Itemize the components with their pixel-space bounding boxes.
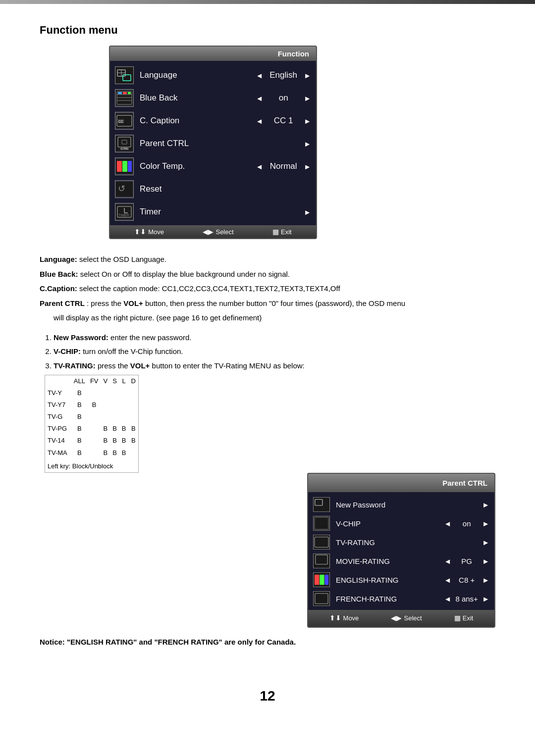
svg-rect-35 <box>314 516 329 530</box>
parent-ctrl-row-v-chip: V-CHIP ◄ on ► <box>308 514 494 533</box>
v-chip-label: V-CHIP <box>336 517 444 530</box>
english-rating-label: ENGLISH-RATING <box>336 574 444 587</box>
english-rating-icon <box>313 572 330 587</box>
movie-rating-icon <box>313 554 330 568</box>
desc-parent-ctrl-text2: button, then press the number button "0"… <box>145 299 405 307</box>
select-label: Select <box>215 228 233 236</box>
parent-ctrl-row-movie-rating: MOVIE-RATING ◄ PG ► <box>308 552 494 570</box>
timer-arrow-right: ► <box>304 208 311 216</box>
parent-ctrl-menu-footer: ⬆⬇ Move ◀▶ Select ▦ Exit <box>308 610 494 627</box>
desc-vol-plus-bold: VOL+ <box>123 299 143 307</box>
english-rating-arrow-right: ► <box>482 574 489 587</box>
v-chip-arrow-left: ◄ <box>444 517 451 530</box>
parent-select-icon: ◀▶ <box>391 612 402 624</box>
parent-exit-label: Exit <box>463 613 474 624</box>
color-temp-label: Color Temp. <box>140 161 256 171</box>
movie-rating-value: PG <box>454 555 479 568</box>
tv-rating-arrow-right: ► <box>482 536 489 549</box>
blue-back-icon <box>115 89 134 107</box>
footer-exit: ▦ Exit <box>272 228 292 236</box>
list-item-3-text: press the <box>98 361 130 370</box>
rating-table-note: Left kry: Block/Unblock <box>45 459 139 473</box>
parent-select-label: Select <box>404 613 422 624</box>
function-menu-body: Language ◄ English ► <box>110 61 316 223</box>
menu-row-blue-back: Blue Back ◄ on ► <box>110 87 316 109</box>
menu-row-color-temp: Color Temp. ◄ Normal ► <box>110 155 316 178</box>
rating-row-tv-y7: TV-Y7 B B <box>45 399 139 411</box>
desc-blue-back-text: select On or Off to display the blue bac… <box>80 270 290 278</box>
numbered-list: New Password: enter the new password. V-… <box>54 331 305 372</box>
new-password-label: New Password <box>336 499 479 511</box>
c-caption-arrow-left: ◄ <box>256 117 263 125</box>
c-caption-label: C. Caption <box>140 116 256 126</box>
color-temp-arrow-right: ► <box>304 162 311 171</box>
list-item-1-text: enter the new password. <box>110 333 191 342</box>
parent-ctrl-menu-body: New Password ► V-CHIP ◄ on <box>308 492 494 608</box>
movie-rating-arrow-left: ◄ <box>444 555 451 568</box>
desc-c-caption-bold: C.Caption: <box>40 284 77 293</box>
parent-ctrl-row-new-password: New Password ► <box>308 495 494 514</box>
select-icon: ◀▶ <box>203 228 214 236</box>
parent-exit-icon: ▦ <box>454 612 461 624</box>
rating-col-s: S <box>110 375 119 388</box>
list-item-1-bold: New Password: <box>54 333 108 342</box>
list-item-2-bold: V-CHIP: <box>54 347 81 355</box>
description-section: Language: select the OSD Language. Blue … <box>40 253 495 649</box>
parent-ctrl-label: Parent CTRL <box>140 139 263 149</box>
language-arrow-left: ◄ <box>256 71 263 80</box>
left-column: New Password: enter the new password. V-… <box>40 329 305 473</box>
function-menu-footer: ⬆⬇ Move ◀▶ Select ▦ Exit <box>110 225 316 238</box>
french-rating-label: FRENCH-RATING <box>336 593 444 605</box>
function-menu-header: Function <box>110 47 316 61</box>
c-caption-icon: CC <box>115 112 134 130</box>
rating-col-all: ALL <box>71 375 88 388</box>
desc-parent-ctrl-cont: will display as the right picture. (see … <box>54 311 495 324</box>
english-rating-value: C8 + <box>454 574 479 587</box>
menu-row-reset: ↺ Reset <box>110 178 316 201</box>
menu-row-c-caption: CC C. Caption ◄ CC 1 ► <box>110 109 316 132</box>
movie-rating-arrow-right: ► <box>482 555 489 568</box>
list-item-3-bold2: VOL+ <box>130 361 150 370</box>
footer-move: ⬆⬇ Move <box>134 228 164 236</box>
rating-col-l: L <box>119 375 129 388</box>
svg-text:↺: ↺ <box>118 184 125 194</box>
svg-rect-39 <box>314 554 329 568</box>
blue-back-label: Blue Back <box>140 93 256 103</box>
menu-row-parent-ctrl: CTRL Parent CTRL ► <box>110 132 316 155</box>
desc-language: Language: select the OSD Language. <box>40 253 495 266</box>
rating-row-tv-g: TV-G B <box>45 411 139 423</box>
svg-rect-44 <box>325 575 329 585</box>
desc-parent-ctrl-bold: Parent CTRL <box>40 299 85 307</box>
exit-label: Exit <box>281 228 292 236</box>
rating-col-v: V <box>101 375 110 388</box>
svg-rect-12 <box>128 92 131 94</box>
list-item-3-text2: button to enter the TV-Rating MENU as be… <box>152 361 305 370</box>
parent-move-label: Move <box>343 613 359 624</box>
list-item-3: TV-RATING: press the VOL+ button to ente… <box>54 359 305 372</box>
french-rating-icon <box>313 591 330 606</box>
list-item-1: New Password: enter the new password. <box>54 331 305 344</box>
rating-row-tv-pg: TV-PG B B B B B <box>45 423 139 435</box>
footer-select: ◀▶ Select <box>203 228 233 236</box>
function-menu: Function Language ◄ English ► <box>109 46 317 239</box>
new-password-icon <box>313 497 330 512</box>
tv-rating-icon <box>313 535 330 550</box>
rating-row-tv-14: TV-14 B B B B B <box>45 435 139 447</box>
v-chip-arrow-right: ► <box>482 517 489 530</box>
color-temp-arrow-left: ◄ <box>256 162 263 171</box>
parent-ctrl-row-french-rating: FRENCH-RATING ◄ 8 ans+ ► <box>308 589 494 608</box>
language-label: Language <box>140 70 256 80</box>
svg-text:CTRL: CTRL <box>121 147 129 150</box>
two-column-section: New Password: enter the new password. V-… <box>40 326 495 628</box>
french-rating-value: 8 ans+ <box>454 593 479 605</box>
desc-c-caption: C.Caption: select the caption mode: CC1,… <box>40 282 495 295</box>
blue-back-arrow-left: ◄ <box>256 94 263 102</box>
parent-ctrl-row-english-rating: ENGLISH-RATING ◄ C8 + ► <box>308 570 494 589</box>
parent-footer-select: ◀▶ Select <box>391 612 422 624</box>
desc-blue-back: Blue Back: select On or Off to display t… <box>40 268 495 281</box>
desc-c-caption-text: select the caption mode: CC1,CC2,CC3,CC4… <box>79 284 340 293</box>
movie-rating-label: MOVIE-RATING <box>336 555 444 568</box>
exit-icon: ▦ <box>272 228 279 236</box>
page-number: 12 <box>40 688 495 704</box>
move-icon: ⬆⬇ <box>134 228 146 236</box>
